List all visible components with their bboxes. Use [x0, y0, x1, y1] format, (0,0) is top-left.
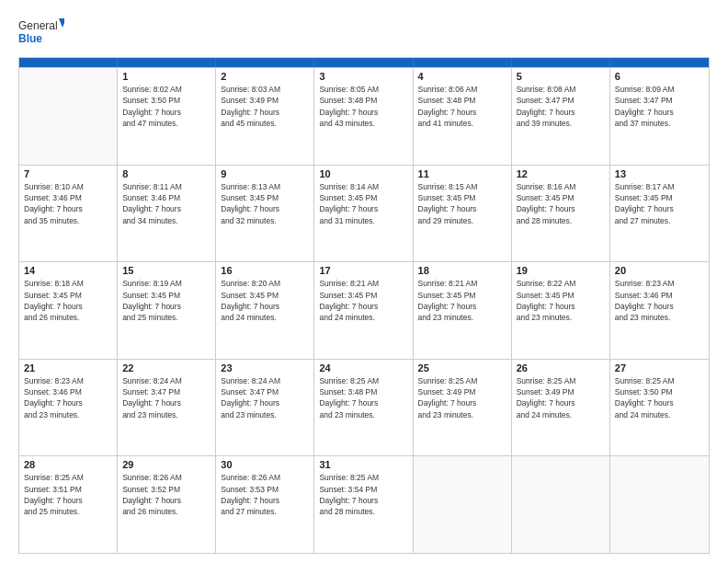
day-number: 5: [517, 71, 605, 82]
cal-cell-2-0: 14Sunrise: 8:18 AM Sunset: 3:45 PM Dayli…: [19, 262, 118, 359]
day-info: Sunrise: 8:10 AM Sunset: 3:46 PM Dayligh…: [24, 181, 112, 226]
day-info: Sunrise: 8:23 AM Sunset: 3:46 PM Dayligh…: [615, 278, 704, 323]
calendar-row-1: 7Sunrise: 8:10 AM Sunset: 3:46 PM Daylig…: [19, 165, 709, 262]
cal-cell-0-1: 1Sunrise: 8:02 AM Sunset: 3:50 PM Daylig…: [118, 68, 216, 165]
day-info: Sunrise: 8:25 AM Sunset: 3:48 PM Dayligh…: [319, 375, 407, 420]
day-number: 30: [221, 459, 309, 470]
cal-cell-0-0: [19, 68, 118, 165]
day-number: 13: [615, 168, 704, 179]
day-info: Sunrise: 8:14 AM Sunset: 3:45 PM Dayligh…: [319, 181, 407, 226]
cal-cell-4-6: [610, 456, 709, 553]
cal-cell-0-4: 4Sunrise: 8:06 AM Sunset: 3:48 PM Daylig…: [414, 68, 512, 165]
cal-cell-0-6: 6Sunrise: 8:09 AM Sunset: 3:47 PM Daylig…: [610, 68, 709, 165]
cal-cell-2-1: 15Sunrise: 8:19 AM Sunset: 3:45 PM Dayli…: [118, 262, 216, 359]
day-number: 17: [319, 265, 407, 276]
cal-cell-1-2: 9Sunrise: 8:13 AM Sunset: 3:45 PM Daylig…: [216, 166, 314, 262]
day-info: Sunrise: 8:23 AM Sunset: 3:46 PM Dayligh…: [24, 375, 112, 420]
cal-cell-4-3: 31Sunrise: 8:25 AM Sunset: 3:54 PM Dayli…: [314, 456, 413, 553]
day-info: Sunrise: 8:17 AM Sunset: 3:45 PM Dayligh…: [615, 181, 704, 226]
cal-cell-0-2: 2Sunrise: 8:03 AM Sunset: 3:49 PM Daylig…: [216, 68, 314, 165]
day-info: Sunrise: 8:25 AM Sunset: 3:51 PM Dayligh…: [24, 472, 112, 517]
day-info: Sunrise: 8:21 AM Sunset: 3:45 PM Dayligh…: [418, 278, 506, 323]
svg-text:General: General: [18, 19, 58, 32]
day-info: Sunrise: 8:05 AM Sunset: 3:48 PM Dayligh…: [319, 84, 407, 129]
cal-cell-3-6: 27Sunrise: 8:25 AM Sunset: 3:50 PM Dayli…: [610, 360, 709, 456]
day-number: 16: [221, 265, 309, 276]
day-info: Sunrise: 8:20 AM Sunset: 3:45 PM Dayligh…: [221, 278, 309, 323]
day-number: 21: [24, 362, 112, 373]
cal-cell-3-5: 26Sunrise: 8:25 AM Sunset: 3:49 PM Dayli…: [512, 360, 610, 456]
calendar-body: 1Sunrise: 8:02 AM Sunset: 3:50 PM Daylig…: [19, 67, 709, 553]
cal-cell-2-5: 19Sunrise: 8:22 AM Sunset: 3:45 PM Dayli…: [512, 262, 610, 359]
cal-cell-2-3: 17Sunrise: 8:21 AM Sunset: 3:45 PM Dayli…: [314, 262, 413, 359]
day-number: 19: [517, 265, 605, 276]
cal-cell-4-4: [414, 456, 512, 553]
calendar-row-4: 28Sunrise: 8:25 AM Sunset: 3:51 PM Dayli…: [19, 455, 709, 553]
calendar-row-2: 14Sunrise: 8:18 AM Sunset: 3:45 PM Dayli…: [19, 261, 709, 359]
day-number: 29: [122, 459, 210, 470]
day-number: 14: [24, 265, 112, 276]
calendar: 1Sunrise: 8:02 AM Sunset: 3:50 PM Daylig…: [18, 57, 710, 554]
header-monday: [118, 58, 216, 67]
day-info: Sunrise: 8:25 AM Sunset: 3:49 PM Dayligh…: [418, 375, 506, 420]
day-number: 26: [517, 362, 605, 373]
svg-text:Blue: Blue: [18, 32, 42, 45]
cal-cell-4-1: 29Sunrise: 8:26 AM Sunset: 3:52 PM Dayli…: [118, 456, 216, 553]
calendar-header: [19, 58, 709, 67]
logo-svg: General Blue: [18, 15, 64, 52]
cal-cell-3-0: 21Sunrise: 8:23 AM Sunset: 3:46 PM Dayli…: [19, 360, 118, 456]
cal-cell-4-2: 30Sunrise: 8:26 AM Sunset: 3:53 PM Dayli…: [216, 456, 314, 553]
logo: General Blue: [18, 15, 64, 52]
calendar-row-0: 1Sunrise: 8:02 AM Sunset: 3:50 PM Daylig…: [19, 67, 709, 165]
cal-cell-1-0: 7Sunrise: 8:10 AM Sunset: 3:46 PM Daylig…: [19, 166, 118, 262]
cal-cell-1-1: 8Sunrise: 8:11 AM Sunset: 3:46 PM Daylig…: [118, 166, 216, 262]
cal-cell-4-5: [512, 456, 610, 553]
day-info: Sunrise: 8:16 AM Sunset: 3:45 PM Dayligh…: [517, 181, 605, 226]
header-saturday: [610, 58, 709, 67]
header-sunday: [19, 58, 118, 67]
cal-cell-2-4: 18Sunrise: 8:21 AM Sunset: 3:45 PM Dayli…: [414, 262, 512, 359]
day-number: 6: [615, 71, 704, 82]
cal-cell-1-6: 13Sunrise: 8:17 AM Sunset: 3:45 PM Dayli…: [610, 166, 709, 262]
day-info: Sunrise: 8:24 AM Sunset: 3:47 PM Dayligh…: [122, 375, 210, 420]
day-info: Sunrise: 8:06 AM Sunset: 3:48 PM Dayligh…: [418, 84, 506, 129]
day-number: 25: [418, 362, 506, 373]
header: General Blue: [18, 15, 710, 52]
header-friday: [512, 58, 610, 67]
day-info: Sunrise: 8:22 AM Sunset: 3:45 PM Dayligh…: [517, 278, 605, 323]
day-number: 3: [319, 71, 407, 82]
cal-cell-4-0: 28Sunrise: 8:25 AM Sunset: 3:51 PM Dayli…: [19, 456, 118, 553]
day-number: 1: [122, 71, 210, 82]
day-info: Sunrise: 8:13 AM Sunset: 3:45 PM Dayligh…: [221, 181, 309, 226]
day-number: 8: [122, 168, 210, 179]
day-info: Sunrise: 8:02 AM Sunset: 3:50 PM Dayligh…: [122, 84, 210, 129]
cal-cell-0-5: 5Sunrise: 8:08 AM Sunset: 3:47 PM Daylig…: [512, 68, 610, 165]
day-number: 23: [221, 362, 309, 373]
day-number: 20: [615, 265, 704, 276]
day-number: 31: [319, 459, 407, 470]
day-number: 15: [122, 265, 210, 276]
day-info: Sunrise: 8:21 AM Sunset: 3:45 PM Dayligh…: [319, 278, 407, 323]
day-info: Sunrise: 8:24 AM Sunset: 3:47 PM Dayligh…: [221, 375, 309, 420]
cal-cell-2-2: 16Sunrise: 8:20 AM Sunset: 3:45 PM Dayli…: [216, 262, 314, 359]
cal-cell-1-4: 11Sunrise: 8:15 AM Sunset: 3:45 PM Dayli…: [414, 166, 512, 262]
page: General Blue 1Sunrise: 8:02 AM Sunset: 3…: [0, 0, 728, 563]
day-info: Sunrise: 8:26 AM Sunset: 3:52 PM Dayligh…: [122, 472, 210, 517]
day-number: 24: [319, 362, 407, 373]
day-info: Sunrise: 8:26 AM Sunset: 3:53 PM Dayligh…: [221, 472, 309, 517]
day-info: Sunrise: 8:15 AM Sunset: 3:45 PM Dayligh…: [418, 181, 506, 226]
day-info: Sunrise: 8:03 AM Sunset: 3:49 PM Dayligh…: [221, 84, 309, 129]
day-number: 4: [418, 71, 506, 82]
cal-cell-3-3: 24Sunrise: 8:25 AM Sunset: 3:48 PM Dayli…: [314, 360, 413, 456]
day-info: Sunrise: 8:19 AM Sunset: 3:45 PM Dayligh…: [122, 278, 210, 323]
day-info: Sunrise: 8:08 AM Sunset: 3:47 PM Dayligh…: [517, 84, 605, 129]
day-number: 7: [24, 168, 112, 179]
cal-cell-1-5: 12Sunrise: 8:16 AM Sunset: 3:45 PM Dayli…: [512, 166, 610, 262]
cal-cell-3-2: 23Sunrise: 8:24 AM Sunset: 3:47 PM Dayli…: [216, 360, 314, 456]
day-number: 12: [517, 168, 605, 179]
day-info: Sunrise: 8:25 AM Sunset: 3:49 PM Dayligh…: [517, 375, 605, 420]
day-number: 22: [122, 362, 210, 373]
day-number: 10: [319, 168, 407, 179]
day-info: Sunrise: 8:09 AM Sunset: 3:47 PM Dayligh…: [615, 84, 704, 129]
day-number: 11: [418, 168, 506, 179]
